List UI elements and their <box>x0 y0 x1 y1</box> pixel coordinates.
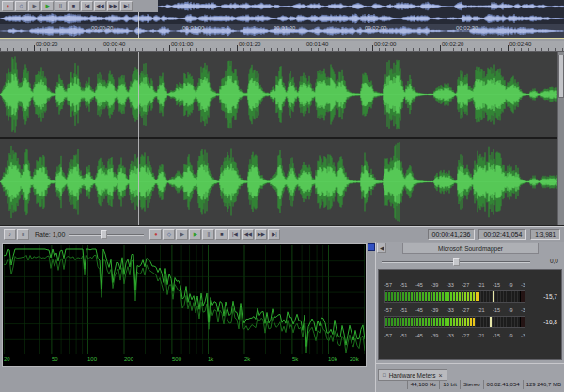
ruler-tick <box>325 48 326 51</box>
device-selector[interactable]: Microsoft Soundmapper <box>402 243 539 254</box>
ruler-tick <box>284 48 285 51</box>
ruler-time-label: 00:02:20 <box>442 41 463 47</box>
monitor-fader[interactable] <box>382 257 530 267</box>
ruler-tick <box>88 48 89 51</box>
ruler-tick <box>277 48 278 51</box>
meter-bar-left[interactable] <box>384 290 525 303</box>
meter-scale-label: -15 <box>493 282 500 288</box>
go-to-end-button[interactable]: ▶| <box>268 229 280 240</box>
ruler-tick <box>182 48 183 51</box>
ruler-tick <box>13 48 14 51</box>
waveform-right-channel[interactable] <box>0 139 557 225</box>
ruler-tick <box>135 48 136 51</box>
overview-navigator[interactable]: 00:00:3000:01:0000:01:3000:02:0000:02:30 <box>0 24 564 39</box>
ruler-tick <box>521 48 522 51</box>
playbar-menu-button[interactable]: ≡ <box>17 229 29 240</box>
play-button[interactable]: ▶ <box>41 1 54 11</box>
ruler-tick <box>345 48 346 51</box>
fast-forward-button[interactable]: ▶▶ <box>255 229 267 240</box>
overview-waveform-1[interactable] <box>158 0 564 12</box>
sample-rate-status[interactable]: 44,100 Hz <box>407 380 439 389</box>
ruler-tick <box>250 48 251 51</box>
waveform-editor[interactable] <box>0 52 564 226</box>
meter-scale-label: -33 <box>446 307 454 313</box>
zoom-ratio-readout[interactable]: 1:3,981 <box>530 229 560 240</box>
ruler-tick <box>393 48 394 51</box>
ruler-tick-major <box>372 45 373 51</box>
ruler-tick <box>27 48 28 51</box>
peak-readout-right: -16,8 <box>543 319 557 325</box>
go-to-start-button[interactable]: |◀ <box>81 1 93 11</box>
status-bar: 44,100 Hz16 bitStereo00:02:41,054129 246… <box>376 377 564 392</box>
ruler-tick <box>400 48 400 51</box>
frequency-tick-label: 50 <box>52 356 58 362</box>
frequency-tick-label: 1k <box>208 356 213 362</box>
stop-button[interactable]: ■ <box>68 1 80 11</box>
ruler-tick <box>210 48 211 51</box>
spectrum-plot[interactable] <box>4 245 365 355</box>
overview-waveform-2[interactable] <box>0 12 564 24</box>
ruler-tick <box>385 48 386 51</box>
play-all-button[interactable]: ▶ <box>28 1 40 11</box>
rate-slider-thumb[interactable] <box>101 230 107 239</box>
meter-scale-label: -27 <box>462 307 469 313</box>
ruler-tick <box>190 48 191 51</box>
fast-forward-button[interactable]: ▶▶ <box>107 1 119 11</box>
fader-value: 0,0 <box>550 258 558 264</box>
play-button[interactable]: ▶ <box>189 229 201 240</box>
fader-thumb[interactable] <box>453 258 460 266</box>
pause-button[interactable]: || <box>202 229 214 240</box>
meter-bar-right[interactable] <box>384 316 525 328</box>
bit-depth-status[interactable]: 16 bit <box>439 380 460 389</box>
loop-playback-button[interactable]: ◇ <box>15 1 27 11</box>
go-to-start-button[interactable]: |◀ <box>228 229 241 240</box>
ruler-tick <box>541 48 542 51</box>
time-readouts: 00:00:41,236 00:02:41,054 1:3,981 <box>428 229 560 240</box>
overview-time-label: 00:01:30 <box>274 25 295 31</box>
vertical-scrollbar[interactable] <box>557 52 564 225</box>
ruler-tick <box>562 48 563 51</box>
ruler-tick <box>535 48 536 51</box>
frequency-tick-label: 10k <box>328 356 337 362</box>
rate-value: 1,00 <box>53 231 66 238</box>
level-meter-area: -57-51-45-39-33-27-21-15-9-3 -57-51-45-3… <box>378 269 562 360</box>
pause-button[interactable]: || <box>55 1 67 11</box>
ruler-tick <box>156 48 157 51</box>
cursor-position-readout[interactable]: 00:00:41,236 <box>428 229 476 240</box>
meter-scale-label: -27 <box>462 333 469 338</box>
meter-scale-label: -39 <box>431 307 438 313</box>
stop-button[interactable]: ■ <box>215 229 227 240</box>
meter-scale-label: -39 <box>431 282 438 288</box>
ruler-tick <box>467 48 468 51</box>
ruler-tick <box>115 48 116 51</box>
dock-grip-button[interactable] <box>368 243 375 251</box>
loop-playback-button[interactable]: ◇ <box>163 229 175 240</box>
waveform-left-channel[interactable] <box>0 52 557 137</box>
free-space-status[interactable]: 129 246,7 MB <box>523 380 564 389</box>
time-ruler[interactable]: 00:00:2000:00:4000:01:0000:01:2000:01:40… <box>0 41 564 52</box>
overview-time-label: 00:02:30 <box>456 25 478 31</box>
view-end-readout[interactable]: 00:02:41,054 <box>478 229 526 240</box>
ruler-tick <box>528 48 529 51</box>
ruler-tick <box>163 48 164 51</box>
frequency-tick-label: 200 <box>124 356 133 362</box>
rewind-button[interactable]: ◀◀ <box>242 229 254 240</box>
overview-time-label: 00:00:30 <box>91 25 113 31</box>
go-to-end-button[interactable]: ▶| <box>120 1 133 11</box>
meter-scale-label: -3 <box>521 307 525 313</box>
length-status[interactable]: 00:02:41,054 <box>483 380 523 389</box>
meter-scale-label: -3 <box>521 282 525 288</box>
scrollbar-thumb[interactable] <box>558 55 564 98</box>
meter-scale-label: -21 <box>478 307 485 313</box>
record-button[interactable]: ● <box>149 229 162 240</box>
collapse-arrow-icon[interactable]: ◀ <box>377 243 386 253</box>
record-button[interactable]: ● <box>2 1 14 11</box>
ruler-tick <box>359 48 360 51</box>
play-all-button[interactable]: ▶ <box>176 229 188 240</box>
channels-status[interactable]: Stereo <box>460 380 483 389</box>
ruler-tick <box>216 48 217 51</box>
ruler-time-label: 00:00:20 <box>36 41 57 47</box>
audio-note-button[interactable]: ♪ <box>4 229 16 240</box>
rewind-button[interactable]: ◀◀ <box>94 1 106 11</box>
rate-slider[interactable] <box>69 229 144 240</box>
